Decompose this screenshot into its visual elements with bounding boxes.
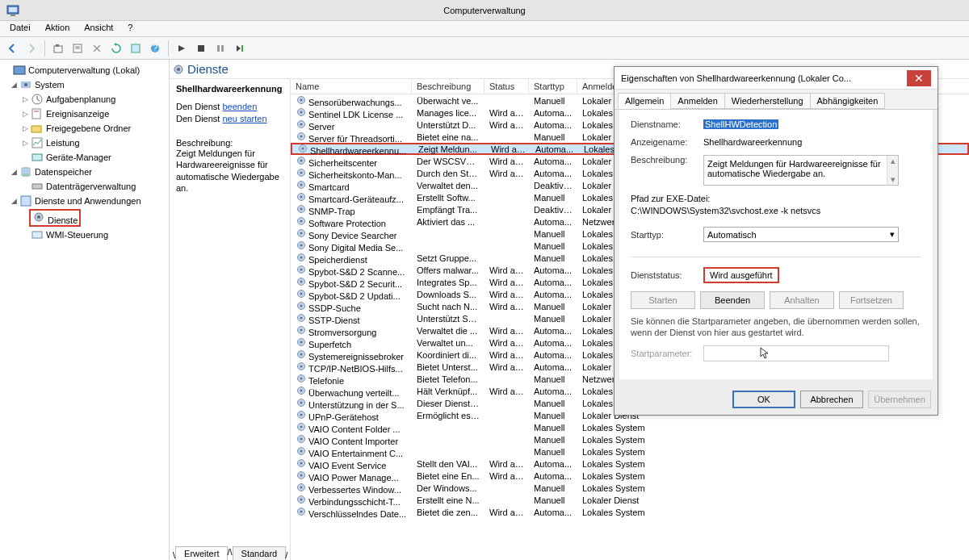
desc-text: Zeigt Meldungen für Hardwareereignisse f… [176, 148, 283, 194]
stop-button[interactable]: Beenden [700, 291, 765, 309]
svg-rect-19 [32, 109, 40, 119]
col-name[interactable]: Name [291, 79, 412, 94]
play-icon[interactable] [173, 40, 191, 57]
svg-point-101 [300, 498, 303, 500]
menu-ansicht[interactable]: Ansicht [78, 21, 120, 36]
table-row[interactable]: Verschlüsselndes Date...Bietet die zen..… [291, 506, 969, 518]
exe-path-value: C:\WINDOWS\System32\svchost.exe -k netsv… [631, 206, 921, 215]
svg-point-75 [300, 341, 303, 343]
table-row[interactable]: VAIO Content Folder ...ManuellLokales Sy… [291, 421, 969, 433]
menu-aktion[interactable]: Aktion [39, 21, 77, 36]
svg-rect-8 [132, 44, 140, 52]
tab-wiederherstellung[interactable]: Wiederherstellung [724, 93, 811, 109]
tree-perf[interactable]: ▷Leistung [0, 136, 169, 150]
tree-services[interactable]: Dienste [0, 208, 169, 228]
refresh-icon[interactable] [107, 40, 125, 57]
delete-icon[interactable] [88, 40, 106, 57]
tree-storage[interactable]: ◢Datenspeicher [0, 165, 169, 179]
svg-point-43 [302, 147, 304, 149]
svg-point-26 [21, 173, 31, 177]
table-row[interactable]: VAIO Event ServiceStellt den VAI...Wird … [291, 458, 969, 470]
tree-shares[interactable]: ▷Freigegebene Ordner [0, 121, 169, 136]
dialog-title: Eigenschaften von Shellhardwareerkennung… [621, 73, 851, 83]
tree-diskmgmt[interactable]: Datenträgerverwaltung [0, 179, 169, 194]
apply-button: Übernehmen [868, 391, 931, 408]
toolbar: ? [0, 37, 969, 60]
menu-help[interactable]: ? [121, 21, 139, 36]
ok-button[interactable]: OK [732, 391, 795, 408]
svg-rect-3 [54, 46, 62, 52]
tab-standard[interactable]: Standard [233, 546, 287, 560]
properties-icon[interactable] [69, 40, 86, 57]
svg-point-65 [300, 280, 303, 282]
svg-point-63 [300, 268, 303, 270]
description-label: Beschreibung: [631, 155, 703, 165]
tab-abhaengigkeiten[interactable]: Abhängigkeiten [810, 93, 886, 109]
tree-tasks[interactable]: ▷Aufgabenplanung [0, 92, 169, 107]
status-label: Dienststatus: [631, 270, 703, 280]
svg-point-49 [300, 183, 303, 186]
table-row[interactable]: VAIO Content ImporterManuellLokales Syst… [291, 433, 969, 445]
help-icon[interactable]: ? [146, 40, 164, 57]
pause-button: Anhalten [770, 291, 834, 309]
export-icon[interactable] [127, 40, 145, 57]
pause-icon[interactable] [212, 40, 229, 57]
starttype-label: Starttyp: [631, 230, 703, 240]
cancel-button[interactable]: Abbrechen [800, 391, 863, 408]
col-status[interactable]: Status [484, 79, 529, 94]
svg-rect-15 [14, 66, 25, 74]
display-name-value: Shellhardwareerkennung [703, 137, 921, 147]
svg-point-41 [300, 135, 303, 137]
svc-name-value[interactable]: ShellHWDetection [703, 119, 778, 129]
svg-point-91 [300, 437, 303, 440]
properties-dialog: Eigenschaften von Shellhardwareerkennung… [614, 66, 938, 416]
restart-icon[interactable] [231, 40, 249, 57]
tree-events[interactable]: ▷Ereignisanzeige [0, 107, 169, 121]
svc-name-label: Dienstname: [631, 119, 703, 129]
stop-icon[interactable] [192, 40, 210, 57]
table-row[interactable]: Verbessertes Window...Der Windows...Manu… [291, 482, 969, 494]
svg-point-47 [300, 171, 303, 173]
svg-text:?: ? [153, 43, 157, 52]
up-icon[interactable] [49, 40, 67, 57]
svg-point-71 [300, 316, 303, 319]
table-row[interactable]: VAIO Entertainment C...ManuellLokales Sy… [291, 445, 969, 458]
table-row[interactable]: Verbindungsschicht-T...Erstellt eine N..… [291, 494, 969, 506]
svg-point-87 [300, 413, 303, 416]
svg-point-99 [300, 486, 303, 488]
col-desc[interactable]: Beschreibung [412, 79, 484, 94]
close-icon[interactable]: ✕ [907, 70, 931, 86]
stop-link[interactable]: beenden [222, 102, 257, 111]
svg-point-73 [300, 328, 303, 331]
dialog-titlebar[interactable]: Eigenschaften von Shellhardwareerkennung… [615, 67, 938, 90]
svg-point-77 [300, 353, 303, 355]
tree-root[interactable]: Computerverwaltung (Lokal) [0, 63, 169, 77]
tree-devices[interactable]: Geräte-Manager [0, 150, 169, 165]
tree-wmi[interactable]: WMI-Steuerung [0, 228, 169, 242]
menu-datei[interactable]: Datei [3, 21, 37, 36]
scrollbar-icon[interactable]: ▴▾ [887, 156, 898, 185]
svg-point-55 [300, 219, 303, 222]
tab-anmelden[interactable]: Anmelden [670, 93, 725, 109]
restart-link[interactable]: neu starten [222, 114, 266, 123]
forward-icon[interactable] [23, 40, 40, 57]
svg-point-93 [300, 449, 303, 452]
svg-point-53 [300, 207, 303, 210]
table-row[interactable]: VAIO Power Manage...Bietet eine En...Wir… [291, 470, 969, 482]
tree-services-apps[interactable]: ◢Dienste und Anwendungen [0, 194, 169, 208]
back-icon[interactable] [3, 40, 21, 57]
starttype-combo[interactable]: Automatisch▾ [703, 227, 899, 242]
svg-point-95 [300, 462, 303, 464]
tab-erweitert[interactable]: Erweitert [175, 546, 228, 560]
chevron-down-icon: ▾ [890, 229, 895, 240]
svg-point-39 [300, 123, 303, 125]
svg-rect-1 [9, 7, 17, 12]
param-input [703, 345, 889, 361]
description-textarea[interactable]: Zeigt Meldungen für Hardwareereignisse f… [703, 155, 899, 186]
tab-allgemein[interactable]: Allgemein [618, 93, 671, 109]
selected-service-name: Shellhardwareerkennung [176, 84, 283, 94]
tree-view[interactable]: Computerverwaltung (Lokal) ◢System ▷Aufg… [0, 60, 170, 560]
tree-system[interactable]: ◢System [0, 77, 169, 92]
col-start[interactable]: Starttyp [529, 79, 577, 94]
param-label: Startparameter: [631, 349, 703, 358]
